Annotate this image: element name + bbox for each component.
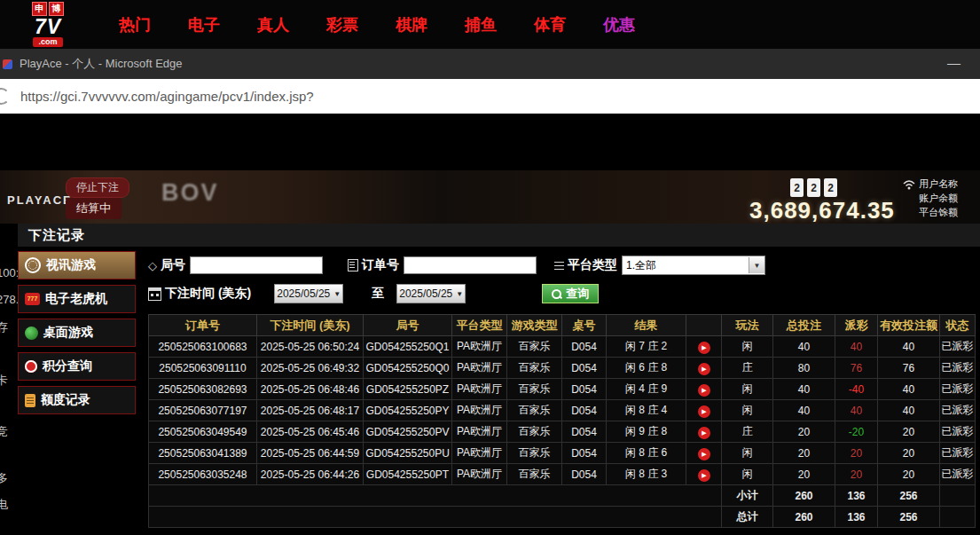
logo-badge-right: 博: [49, 2, 64, 16]
account-label: 平台馀额: [919, 205, 958, 219]
sidebar-item-video-games[interactable]: 视讯游戏: [18, 251, 136, 279]
search-button-label: 查询: [566, 286, 589, 302]
cell-round-no: GD054255250PZ: [364, 379, 452, 400]
cell-video: ▶: [686, 443, 722, 464]
cell-play-method: 闲: [722, 400, 773, 421]
sidebar-item-points-query[interactable]: 积分查询: [18, 352, 136, 381]
column-header: 有效投注额: [878, 315, 940, 336]
filter-row-2: 下注时间 (美东) 2025/05/25 ▼ 至 2025/05/25 ▼ 查询: [148, 284, 980, 303]
left-edge-fragment: 100:: [0, 266, 19, 279]
nav-item[interactable]: 真人: [257, 14, 289, 35]
cell-round-no: GD054255250PV: [364, 421, 452, 443]
column-header: 订单号: [149, 315, 257, 336]
sidebar-item-slot-machines[interactable]: 电子老虎机: [18, 285, 136, 313]
playing-card: 2: [807, 178, 820, 197]
column-header: 派彩: [835, 315, 878, 336]
cell-table-no: D054: [562, 400, 607, 421]
nav-item[interactable]: 捕鱼: [465, 14, 497, 35]
cell-game-type: 百家乐: [507, 421, 562, 443]
play-video-button[interactable]: ▶: [698, 363, 710, 375]
table-row: 2505250631006832025-05-25 06:50:24GD0542…: [149, 336, 976, 358]
account-panel: 用户名称账户余额平台馀额: [919, 177, 958, 219]
total-row-label: 总计: [722, 507, 773, 528]
cell-status: 已派彩: [940, 443, 976, 464]
search-button[interactable]: 查询: [542, 284, 599, 303]
wifi-icon: [902, 177, 916, 193]
cell-total-bet: 80: [773, 358, 835, 379]
calendar-icon: [148, 287, 161, 301]
cell-order-no: 250525063082693: [149, 379, 257, 400]
nav-item[interactable]: 热门: [119, 14, 151, 35]
round-number-input[interactable]: [190, 256, 323, 274]
modal-body: 视讯游戏电子老虎机桌面游戏积分查询额度记录 ◇ 局号 订单号 平: [18, 247, 980, 528]
play-video-button[interactable]: ▶: [698, 342, 710, 354]
total-row: 总计260136256: [149, 507, 976, 528]
empty-cell: [940, 507, 976, 528]
nav-item[interactable]: 优惠: [603, 14, 635, 35]
to-label: 至: [372, 286, 384, 302]
bet-time-label: 下注时间 (美东): [165, 286, 251, 302]
nav-item[interactable]: 电子: [188, 14, 220, 35]
platform-type-label: 平台类型: [568, 257, 617, 273]
cell-payout: -20: [835, 421, 878, 443]
sidebar-item-label: 积分查询: [43, 358, 92, 374]
logo-badge-left: 申: [32, 2, 47, 16]
sidebar-item-table-games[interactable]: 桌面游戏: [18, 319, 136, 347]
stop-betting-badge: 停止下注: [66, 177, 129, 198]
site-logo[interactable]: 申 博 7V .com: [21, 2, 74, 47]
table-body: 2505250631006832025-05-25 06:50:24GD0542…: [149, 336, 976, 528]
play-video-button[interactable]: ▶: [698, 469, 710, 482]
platform-type-select[interactable]: 1.全部 ▼: [622, 256, 765, 275]
play-video-button[interactable]: ▶: [698, 448, 710, 460]
play-video-button[interactable]: ▶: [698, 405, 710, 418]
left-edge-fragment: 卡: [0, 373, 8, 389]
platform-type-icon: [554, 261, 564, 271]
subtotal-row: 小计260136256: [149, 485, 976, 507]
nav-item[interactable]: 棋牌: [396, 14, 427, 35]
cell-valid-bet: 76: [878, 358, 940, 379]
magnifier-icon: [552, 289, 561, 299]
browser-title-bar: PlayAce - 个人 - Microsoft Edge —: [0, 49, 980, 80]
minimize-button[interactable]: —: [942, 54, 966, 71]
table-row: 2505250630413892025-05-25 06:44:59GD0542…: [149, 443, 976, 464]
total-row-total-bet: 260: [773, 507, 835, 528]
column-header: 状态: [940, 315, 976, 336]
bet-records-table: 订单号下注时间 (美东)局号平台类型游戏类型桌号结果玩法总投注派彩有效投注额状态…: [148, 314, 976, 528]
sidebar-item-quota-records[interactable]: 额度记录: [18, 386, 136, 414]
order-number-input[interactable]: [404, 256, 537, 274]
cell-game-type: 百家乐: [507, 400, 562, 421]
modal-title: 下注记录: [28, 227, 85, 244]
cell-result: 闲 9 庄 8: [607, 421, 686, 443]
date-from-select[interactable]: 2025/05/25 ▼: [274, 284, 343, 303]
table-row: 2505250630495492025-05-25 06:45:46GD0542…: [149, 421, 976, 443]
cell-platform: PA欧洲厅: [452, 421, 507, 443]
date-to-select[interactable]: 2025/05/25 ▼: [396, 284, 466, 303]
table-row: 2505250630826932025-05-25 06:48:46GD0542…: [149, 379, 976, 400]
nav-item[interactable]: 体育: [534, 14, 566, 35]
play-video-button[interactable]: ▶: [698, 384, 710, 397]
cell-result: 闲 8 庄 3: [607, 464, 686, 485]
play-video-button[interactable]: ▶: [698, 427, 710, 439]
subtotal-row-payout: 136: [835, 485, 878, 507]
date-to-value: 2025/05/25: [399, 287, 452, 300]
cell-order-no: 250525063077197: [149, 400, 257, 421]
sidebar-item-label: 额度记录: [41, 392, 90, 408]
cell-valid-bet: 40: [878, 379, 940, 400]
nav-item[interactable]: 彩票: [326, 14, 358, 35]
round-number-label-group: ◇ 局号: [148, 257, 185, 273]
cell-video: ▶: [686, 421, 722, 443]
bet-records-modal: 下注记录 视讯游戏电子老虎机桌面游戏积分查询额度记录 ◇ 局号 订单号: [18, 224, 980, 535]
cell-payout: 20: [835, 464, 878, 485]
reload-icon[interactable]: [0, 88, 10, 105]
cell-valid-bet: 40: [878, 400, 940, 421]
balance-amount: 3,689,674.35: [749, 197, 895, 224]
account-labels: 用户名称账户余额平台馀额: [919, 177, 958, 219]
total-row-payout: 136: [835, 507, 878, 528]
cell-table-no: D054: [562, 336, 607, 358]
table-row: 2505250630911102025-05-25 06:49:32GD0542…: [149, 358, 976, 379]
cell-result: 闲 6 庄 8: [607, 358, 686, 379]
address-field[interactable]: https://gci.7vvvvvv.com/agingame/pcv1/in…: [20, 89, 314, 104]
window-title: PlayAce - 个人 - Microsoft Edge: [20, 56, 183, 72]
cell-order-no: 250525063041389: [149, 443, 257, 464]
subtotal-row-label: 小计: [722, 485, 773, 507]
